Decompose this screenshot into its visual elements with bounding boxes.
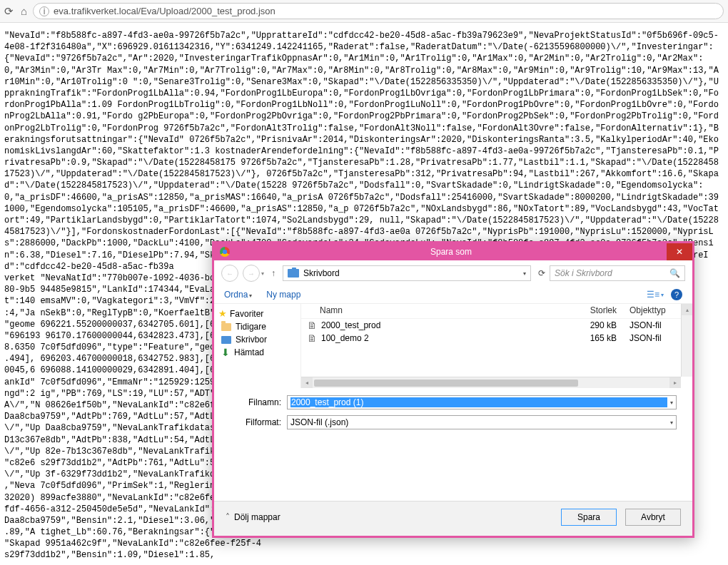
- refresh-button[interactable]: ⟳: [538, 268, 545, 278]
- vertical-scrollbar[interactable]: ▴: [681, 304, 692, 377]
- close-button[interactable]: ✕: [667, 243, 692, 260]
- chrome-icon: [220, 247, 230, 257]
- sidebar: ★Favoriter Tidigare Skrivbor ⬇Hämtad: [214, 304, 301, 388]
- file-row[interactable]: 🗎 2000_test_prod 290 kB JSON-fil: [301, 319, 692, 332]
- dialog-title: Spara som: [236, 247, 667, 257]
- file-icon: 🗎: [307, 320, 317, 331]
- nav-up-button[interactable]: ↑: [271, 268, 275, 278]
- dialog-titlebar: Spara som ✕: [214, 243, 692, 260]
- format-label: Filformat:: [230, 417, 287, 427]
- breadcrumb-text: Skrivbord: [303, 268, 340, 278]
- new-folder-button[interactable]: Ny mapp: [266, 290, 300, 300]
- file-list: Namn Storlek Objekttyp 🗎 2000_test_prod …: [301, 304, 692, 388]
- nav-back-button[interactable]: ←: [221, 265, 238, 282]
- search-icon: 🔍: [669, 268, 680, 278]
- url-bar[interactable]: i eva.trafikverket.local/Eva/Upload/2000…: [33, 3, 724, 19]
- nav-forward-button[interactable]: →: [243, 265, 260, 282]
- file-icon: 🗎: [307, 332, 317, 344]
- sidebar-item-desktop[interactable]: Skrivbor: [214, 333, 300, 346]
- sidebar-item-favorites[interactable]: ★Favoriter: [214, 307, 300, 320]
- folder-icon: [221, 323, 231, 331]
- dialog-nav-row: ← → ▾ ↑ Skrivbord ▾ ⟳ Sök i Skrivbord 🔍: [214, 260, 692, 286]
- nav-history-dropdown[interactable]: ▾: [261, 270, 264, 277]
- help-button[interactable]: ?: [671, 289, 682, 300]
- save-as-dialog: Spara som ✕ ← → ▾ ↑ Skrivbord ▾ ⟳ Sök i …: [212, 241, 694, 538]
- save-button[interactable]: Spara: [561, 509, 617, 526]
- hide-folders-toggle[interactable]: ˄ Dölj mappar: [226, 512, 280, 522]
- breadcrumb-dropdown-icon[interactable]: ▾: [523, 270, 526, 277]
- reload-icon[interactable]: ⟳: [4, 5, 14, 18]
- home-icon[interactable]: ⌂: [21, 5, 27, 18]
- sidebar-item-recent[interactable]: Tidigare: [214, 320, 300, 333]
- sidebar-item-downloads[interactable]: ⬇Hämtad: [214, 346, 300, 359]
- column-size[interactable]: Storlek: [551, 305, 630, 315]
- desktop-icon: [288, 269, 299, 278]
- star-icon: ★: [218, 308, 227, 319]
- filename-input[interactable]: 2000_test_prod (1) ▾: [287, 395, 677, 409]
- dropdown-icon[interactable]: ▾: [670, 419, 673, 426]
- site-info-icon[interactable]: i: [39, 6, 49, 16]
- organize-menu[interactable]: Ordna▾: [224, 290, 252, 300]
- desktop-icon: [221, 336, 231, 344]
- column-name[interactable]: Namn: [320, 305, 551, 315]
- dialog-search-input[interactable]: Sök i Skrivbord 🔍: [550, 265, 685, 281]
- dialog-toolbar: Ordna▾ Ny mapp ☰≡ ▾ ?: [214, 286, 692, 304]
- chevron-up-icon: ˄: [226, 512, 230, 522]
- breadcrumb-bar[interactable]: Skrivbord ▾: [283, 265, 531, 281]
- horizontal-scrollbar[interactable]: ◂▸: [301, 377, 681, 388]
- format-select[interactable]: JSON-fil (.json) ▾: [287, 415, 677, 429]
- file-row[interactable]: 🗎 100_demo 2 165 kB JSON-fil: [301, 332, 692, 345]
- browser-toolbar: ⟳ ⌂ i eva.trafikverket.local/Eva/Upload/…: [0, 0, 728, 23]
- filename-label: Filnamn:: [230, 397, 287, 407]
- view-mode-button[interactable]: ☰≡ ▾: [647, 290, 664, 300]
- cancel-button[interactable]: Avbryt: [625, 509, 681, 526]
- column-type[interactable]: Objekttyp: [630, 305, 687, 315]
- dropdown-icon[interactable]: ▾: [670, 399, 673, 406]
- url-text: eva.trafikverket.local/Eva/Upload/2000_t…: [54, 6, 275, 16]
- search-placeholder: Sök i Skrivbord: [555, 268, 669, 278]
- download-icon: ⬇: [221, 349, 230, 357]
